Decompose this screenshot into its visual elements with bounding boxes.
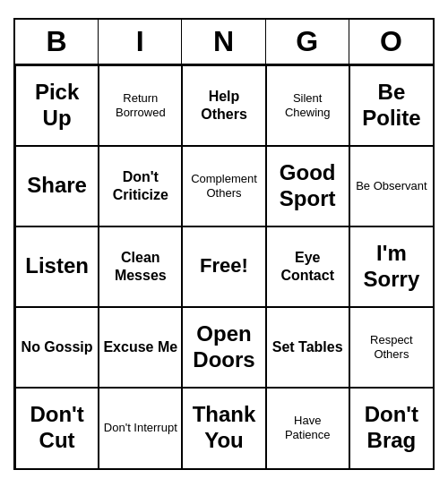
cell-text: Clean Messes (103, 249, 177, 283)
cell-text: Don't Brag (354, 402, 429, 454)
bingo-cell: Respect Others (349, 307, 433, 388)
bingo-cell: Return Borrowed (99, 65, 182, 146)
cell-text: Respect Others (354, 333, 429, 361)
cell-text: Set Tables (272, 338, 343, 355)
bingo-cell: Set Tables (266, 307, 349, 388)
cell-text: Be Polite (354, 80, 429, 132)
bingo-cell: Thank You (182, 388, 265, 468)
cell-text: Don't Cut (20, 402, 94, 454)
header-letter: B (15, 20, 99, 64)
bingo-cell: Pick Up (15, 65, 99, 146)
bingo-cell: Don't Interrupt (99, 388, 182, 468)
cell-text: Be Observant (356, 179, 427, 193)
bingo-cell: Don't Cut (15, 388, 99, 468)
header-letter: N (182, 20, 265, 64)
bingo-cell: Eye Contact (266, 226, 349, 307)
bingo-cell: Listen (15, 226, 99, 307)
header-letter: O (349, 20, 433, 64)
bingo-card: BINGO Pick UpReturn BorrowedHelp OthersS… (13, 18, 435, 470)
bingo-cell: Help Others (182, 65, 265, 146)
bingo-cell: Excuse Me (99, 307, 182, 388)
bingo-cell: Have Patience (266, 388, 349, 468)
cell-text: Open Doors (186, 321, 261, 373)
bingo-cell: Complement Others (182, 146, 265, 226)
cell-text: Silent Chewing (271, 91, 345, 119)
bingo-cell: Silent Chewing (266, 65, 349, 146)
bingo-cell: Share (15, 146, 99, 226)
bingo-cell: No Gossip (15, 307, 99, 388)
cell-text: Thank You (186, 402, 261, 454)
bingo-cell: Free! (182, 226, 265, 307)
cell-text: Don't Interrupt (104, 421, 177, 435)
cell-text: I'm Sorry (354, 241, 429, 293)
bingo-cell: Don't Brag (349, 388, 433, 468)
cell-text: Good Sport (271, 160, 345, 212)
bingo-header: BINGO (15, 20, 433, 65)
bingo-cell: I'm Sorry (349, 226, 433, 307)
bingo-cell: Good Sport (266, 146, 349, 226)
bingo-cell: Clean Messes (99, 226, 182, 307)
cell-text: Excuse Me (103, 338, 177, 355)
bingo-cell: Don't Criticize (99, 146, 182, 226)
bingo-grid: Pick UpReturn BorrowedHelp OthersSilent … (15, 65, 433, 468)
cell-text: Share (27, 173, 87, 199)
cell-text: Return Borrowed (103, 91, 177, 119)
cell-text: Pick Up (20, 80, 94, 132)
cell-text: No Gossip (22, 338, 93, 355)
bingo-cell: Open Doors (182, 307, 265, 388)
bingo-cell: Be Observant (349, 146, 433, 226)
cell-text: Help Others (186, 88, 261, 122)
cell-text: Complement Others (186, 172, 261, 200)
header-letter: I (99, 20, 182, 64)
cell-text: Free! (200, 254, 248, 278)
cell-text: Don't Criticize (103, 168, 177, 202)
cell-text: Eye Contact (271, 249, 345, 283)
header-letter: G (266, 20, 349, 64)
cell-text: Have Patience (271, 414, 345, 441)
bingo-cell: Be Polite (349, 65, 433, 146)
cell-text: Listen (25, 253, 89, 279)
